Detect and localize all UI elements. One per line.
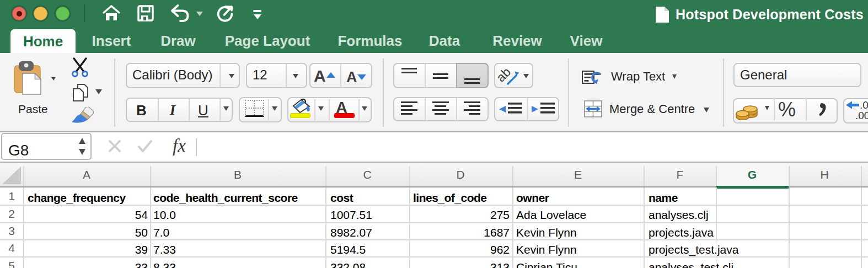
svg-text:.00: .00 [855,110,868,120]
svg-text:.0: .0 [860,99,868,111]
